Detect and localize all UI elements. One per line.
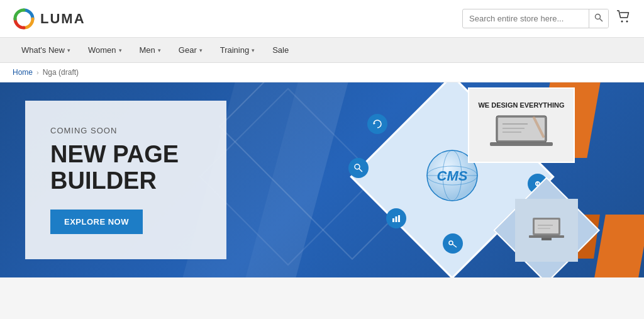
nav-item-training[interactable]: Training ▾ [211,38,264,63]
svg-point-4 [626,21,628,23]
svg-rect-13 [392,218,394,222]
cms-icon-chart [386,208,406,228]
nav-item-gear[interactable]: Gear ▾ [170,38,211,63]
svg-line-17 [453,244,457,247]
hero-right-collage: CMS [342,82,644,277]
chevron-down-icon: ▾ [252,47,255,53]
nav-bar: What's New ▾ Women ▾ Men ▾ Gear ▾ Traini… [0,38,644,63]
svg-text:CMS: CMS [437,168,468,184]
nav-item-women[interactable]: Women ▾ [79,38,131,63]
svg-rect-24 [490,142,553,146]
header: LUMA [0,0,644,38]
refresh-icon [372,119,382,129]
svg-point-3 [621,21,623,23]
chevron-down-icon: ▾ [199,47,203,53]
breadcrumb: Home › Nga (draft) [0,63,644,82]
logo-text: LUMA [40,11,86,27]
cms-icon-search [348,158,369,178]
nav-item-men[interactable]: Men ▾ [131,38,170,63]
orange-rect-bottom [594,215,644,277]
svg-point-16 [449,241,453,245]
search-button[interactable] [589,9,608,28]
svg-line-12 [359,169,362,172]
design-everything-box: WE DESIGN EVERYTHING [468,87,575,163]
collage-container: CMS [342,82,644,277]
svg-rect-31 [529,235,564,238]
svg-rect-14 [396,216,397,222]
breadcrumb-home[interactable]: Home [13,68,33,77]
nav-item-whats-new[interactable]: What's New ▾ [13,38,79,63]
svg-marker-10 [374,122,375,125]
cms-icon-key [443,233,463,254]
logo-area: LUMA [13,8,86,30]
cart-icon [616,10,631,24]
chart-icon [391,213,401,223]
breadcrumb-separator: › [36,69,39,76]
svg-line-2 [600,19,603,22]
hero-title-line2: BUILDER [50,167,157,194]
hero-title-line1: NEW PAGE [50,141,179,167]
key-icon [448,238,458,249]
svg-rect-32 [541,238,552,240]
svg-rect-23 [498,118,545,140]
search-input[interactable] [463,10,589,27]
hero-banner: COMING SOON NEW PAGE BUILDER Explore Now [0,82,644,277]
coming-soon-label: COMING SOON [50,126,201,135]
laptop-icon [490,115,553,149]
svg-rect-15 [398,215,400,222]
nav-item-sale[interactable]: Sale [264,38,297,63]
luma-logo-icon [13,8,35,30]
nav-items: What's New ▾ Women ▾ Men ▾ Gear ▾ Traini… [13,38,297,63]
cms-icon-refresh [367,114,387,134]
hero-text-box: COMING SOON NEW PAGE BUILDER Explore Now [25,101,226,259]
explore-now-button[interactable]: Explore Now [50,210,143,234]
chevron-down-icon: ▾ [119,47,122,53]
search-box[interactable] [462,9,609,28]
svg-point-1 [596,14,601,20]
breadcrumb-current: Nga (draft) [43,68,79,77]
chevron-down-icon: ▾ [158,47,161,53]
search-icon [594,13,603,22]
search-icon-cms [353,163,364,173]
svg-rect-30 [535,220,558,233]
svg-point-11 [355,164,360,169]
cart-button[interactable] [616,10,631,27]
header-right [462,9,631,28]
bottom-diamond-content [528,211,565,249]
hero-title: NEW PAGE BUILDER [50,142,201,194]
chevron-down-icon: ▾ [67,47,70,53]
design-box-title: WE DESIGN EVERYTHING [478,101,564,109]
